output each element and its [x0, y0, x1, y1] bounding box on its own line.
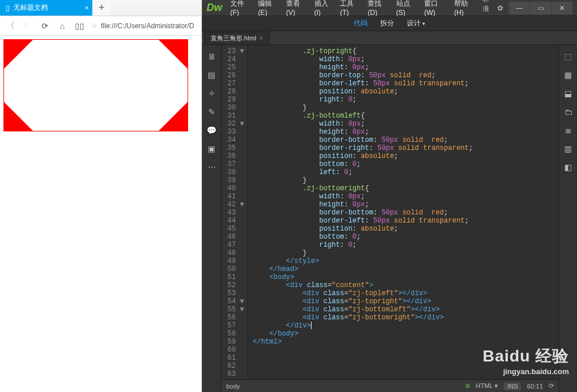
back-icon[interactable]: 〈 — [5, 20, 16, 32]
file-tab[interactable]: 直角三角形.html × — [204, 32, 269, 44]
right-panel-rail: ⬚ ▦ ⬓ 🗀 ≣ ▥ ◧ — [559, 45, 577, 392]
css-icon[interactable]: ⬓ — [563, 88, 574, 99]
left-tool-rail: 🗎 ▤ ✧ ✎ 💬 ▣ ⋯ — [202, 45, 222, 392]
view-split-tab[interactable]: 拆分 — [380, 18, 394, 28]
favorite-icon[interactable]: ☆ — [91, 22, 98, 30]
insert-icon[interactable]: ▦ — [563, 69, 574, 81]
file-icon[interactable]: 🗎 — [206, 51, 218, 62]
file-tab-name: 直角三角形.html — [211, 34, 256, 43]
code-lines[interactable]: .zj-topright{ width: 0px; height: 0px; b… — [248, 45, 559, 379]
triangle-bottomleft — [4, 102, 33, 131]
triangle-bottomright — [159, 102, 188, 131]
brush-icon[interactable]: ✎ — [206, 106, 218, 118]
reload-icon[interactable]: ⟳ — [39, 20, 51, 32]
wand-icon[interactable]: ✧ — [206, 88, 218, 99]
browser-tab-title: 无标题文档 — [13, 3, 48, 13]
collapse-icon[interactable]: ▣ — [206, 143, 218, 154]
new-tab-button[interactable]: + — [92, 0, 111, 16]
status-cursor-pos: 60:11 — [527, 383, 543, 390]
menu-item[interactable]: 窗口(W) — [424, 0, 446, 17]
comment-icon[interactable]: 💬 — [206, 125, 218, 136]
browser-window: ▯ 无标题文档 × + 〈 〉 ⟳ ⌂ ▯▯ ☆ file:///C:/User… — [0, 0, 202, 392]
address-text: file:///C:/Users/Administrator/D — [101, 22, 194, 30]
status-bar: body ⊘ HTML ▾ INS 60:11 ⟳ — [222, 379, 559, 392]
library-icon[interactable]: ▥ — [563, 143, 574, 154]
address-bar[interactable]: ☆ file:///C:/Users/Administrator/D — [91, 22, 197, 30]
menu-item[interactable]: 文件(F) — [230, 0, 250, 17]
file-tab-row: 直角三角形.html × — [202, 31, 577, 45]
menu-item[interactable]: 帮助(H) — [454, 0, 474, 17]
more-icon[interactable]: ⋯ — [206, 161, 218, 173]
dom-path[interactable]: body — [226, 383, 240, 390]
dw-menubar: 文件(F)编辑(E)查看(V)插入(I)工具(T)查找(D)站点(S)窗口(W)… — [230, 0, 474, 17]
menu-item[interactable]: 查找(D) — [368, 0, 388, 17]
code-editor[interactable]: 23 ▼ 24 25 26 27 28 29 30 31 32 ▼ 33 34 … — [222, 45, 559, 392]
line-gutter[interactable]: 23 ▼ 24 25 26 27 28 29 30 31 32 ▼ 33 34 … — [222, 45, 248, 379]
window-minimize-button[interactable]: — — [509, 2, 530, 14]
view-switcher: 代码 拆分 设计 — [202, 16, 577, 31]
forward-icon[interactable]: 〉 — [22, 20, 33, 32]
menu-item[interactable]: 查看(V) — [286, 0, 306, 17]
dw-logo: Dw — [207, 2, 222, 14]
close-tab-icon[interactable]: × — [85, 4, 89, 12]
status-language[interactable]: HTML ▾ — [476, 382, 499, 390]
home-icon[interactable]: ⌂ — [57, 20, 68, 32]
view-design-tab[interactable]: 设计 — [407, 18, 425, 28]
dw-titlebar: Dw 文件(F)编辑(E)查看(V)插入(I)工具(T)查找(D)站点(S)窗口… — [202, 0, 577, 16]
browser-toolbar: 〈 〉 ⟳ ⌂ ▯▯ ☆ file:///C:/Users/Administra… — [0, 16, 201, 36]
menu-item[interactable]: 站点(S) — [396, 0, 417, 17]
browser-tabstrip: ▯ 无标题文档 × + — [0, 0, 201, 16]
status-ok-icon[interactable]: ⊘ — [465, 382, 470, 390]
menu-item[interactable]: 编辑(E) — [258, 0, 278, 17]
triangle-topright — [159, 40, 188, 69]
window-close-button[interactable]: ✕ — [552, 2, 572, 14]
settings-icon[interactable]: ✿ — [497, 4, 503, 12]
status-insert-mode[interactable]: INS — [504, 382, 521, 390]
content-box — [3, 39, 188, 131]
menu-item[interactable]: 插入(I) — [314, 0, 332, 17]
browser-tab[interactable]: ▯ 无标题文档 × — [0, 0, 92, 16]
reader-icon[interactable]: ▯▯ — [74, 20, 85, 32]
status-sync-icon[interactable]: ⟳ — [549, 382, 554, 390]
page-icon: ▯ — [6, 4, 10, 12]
file-tab-close-icon[interactable]: × — [260, 35, 263, 42]
dom-icon[interactable]: ▤ — [206, 69, 218, 81]
assets-icon[interactable]: ⬚ — [563, 51, 574, 62]
files-icon[interactable]: 🗀 — [563, 106, 574, 118]
window-maximize-button[interactable]: ▭ — [530, 2, 551, 14]
view-code-tab[interactable]: 代码 — [354, 18, 368, 28]
workarea: 🗎 ▤ ✧ ✎ 💬 ▣ ⋯ 23 ▼ 24 25 26 27 28 29 30 … — [202, 45, 577, 392]
dreamweaver-window: Dw 文件(F)编辑(E)查看(V)插入(I)工具(T)查找(D)站点(S)窗口… — [202, 0, 577, 392]
menu-item[interactable]: 工具(T) — [340, 0, 359, 17]
snippets-icon[interactable]: ≣ — [563, 125, 574, 136]
behaviours-icon[interactable]: ◧ — [563, 161, 574, 173]
page-viewport — [0, 36, 201, 392]
triangle-topleft — [4, 40, 33, 69]
